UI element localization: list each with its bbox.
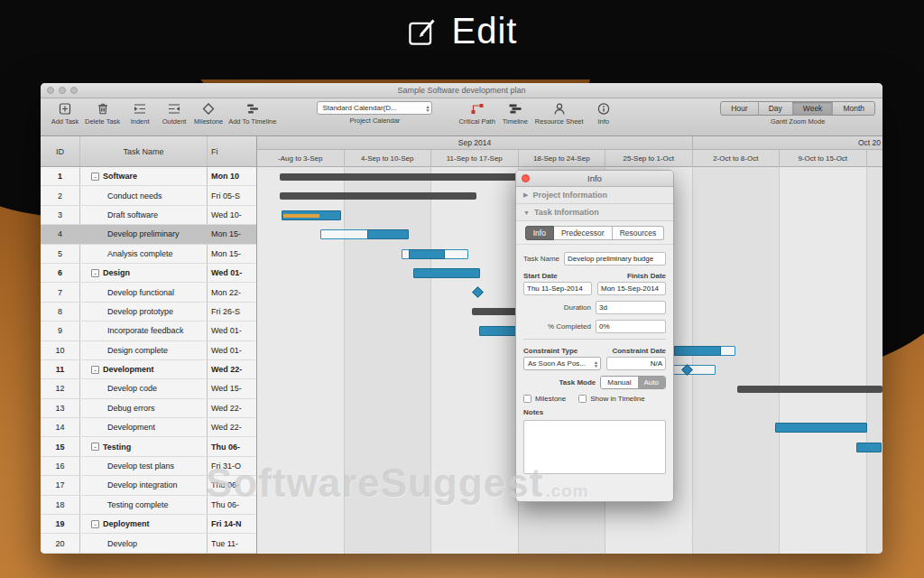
zoom-month-segment[interactable]: Month [833,102,874,115]
zoom-day-segment[interactable]: Day [759,102,793,115]
task-row-name: Analysis complete [80,245,208,263]
task-row-7[interactable]: 7Develop functionalMon 22- [41,283,256,302]
task-row-13[interactable]: 13Debug errorsWed 22- [41,399,256,418]
task-row-id: 3 [41,206,80,224]
column-header-task-name[interactable]: Task Name [80,136,208,166]
collapse-toggle[interactable]: - [91,443,99,451]
project-information-section[interactable]: ▶ Project Information [516,187,673,204]
milestone-checkbox[interactable]: Milestone [523,395,566,403]
show-in-timeline-checkbox[interactable]: Show in Timeline [578,395,644,403]
task-row-14[interactable]: 14DevelopmentWed 22- [41,418,256,437]
tab-info[interactable]: Info [525,226,554,240]
start-date-field[interactable]: Thu 11-Sep-2014 [523,282,592,295]
task-row-12[interactable]: 12Develop codeWed 15- [41,379,256,398]
week-column-label: 18-Sep to 24-Sep [519,150,606,167]
gantt-task-row-10[interactable] [674,346,721,356]
dialog-title: Info [516,173,673,183]
task-row-19[interactable]: 19-DeploymentFri 14-N [41,515,256,534]
task-row-20[interactable]: 20DevelopTue 11- [41,534,256,553]
gantt-task-row-6[interactable] [413,268,480,278]
task-row-name: -Deployment [80,515,208,533]
collapse-toggle[interactable]: - [91,172,99,181]
gantt-summary-row-2[interactable] [280,192,476,200]
calendar-select[interactable]: Standard Calendar(D... ▲▼ [317,101,432,115]
task-row-name: Develop prototype [80,303,208,321]
window-titlebar[interactable]: Sample Software development plan [41,83,882,98]
task-row-1[interactable]: 1-SoftwareMon 10 [41,167,256,186]
gantt-outline-row-11[interactable] [670,365,716,375]
duration-field[interactable]: 3d [596,301,666,314]
zoom-week-segment[interactable]: Week [793,102,834,115]
info-dialog-titlebar[interactable]: Info [516,171,673,187]
collapse-toggle[interactable]: - [91,366,99,374]
task-row-10[interactable]: 10Design completeWed 01- [41,341,256,360]
collapse-toggle[interactable]: - [91,269,99,277]
gantt-task-row-4[interactable] [367,229,409,239]
constraint-type-select[interactable]: As Soon As Pos... ▲▼ [523,357,601,370]
task-information-section[interactable]: ▼ Task Information [516,204,673,221]
task-row-id: 20 [41,534,80,552]
outdent-button[interactable]: Outdent [160,101,189,126]
edit-pencil-icon [407,16,438,47]
milestone-checkbox-label: Milestone [535,395,566,403]
tab-predecessor[interactable]: Predecessor [554,226,613,240]
info-icon [596,101,611,117]
gantt-summary-row-12[interactable] [737,386,882,393]
indent-button[interactable]: Indent [125,101,154,126]
critical-path-button[interactable]: Critical Path [458,101,494,126]
task-row-2[interactable]: 2Conduct needsFri 05-S [41,186,256,205]
task-row-finish: Wed 22- [208,399,256,417]
notes-label: Notes [523,408,666,417]
duration-label: Duration [564,303,591,312]
task-row-id: 7 [41,283,80,301]
task-mode-auto-button[interactable]: Auto [638,377,665,388]
task-row-9[interactable]: 9Incorporate feedbackWed 01- [41,322,256,340]
week-column-label: 11-Sep to 17-Sep [431,150,519,167]
task-row-finish: Mon 15- [208,225,256,243]
pct-completed-field[interactable]: 0% [596,320,666,333]
column-header-id[interactable]: ID [41,136,80,166]
gantt-task-row-14[interactable] [775,423,867,433]
task-name-field[interactable]: Develop preliminary budge [564,252,666,266]
gantt-task-row-5[interactable] [409,249,445,259]
task-row-5[interactable]: 5Analysis completeMon 15- [41,245,256,264]
task-row-3[interactable]: 3Draft softwareWed 10- [41,206,256,225]
task-row-finish: Wed 01- [208,264,256,282]
collapse-toggle[interactable]: - [91,520,99,528]
task-mode-manual-button[interactable]: Manual [601,377,637,388]
constraint-date-field[interactable]: N/A [606,357,666,370]
timeline-button[interactable]: Timeline [501,101,530,126]
task-row-11[interactable]: 11-DevelopmentWed 22- [41,360,256,379]
task-row-name: Incorporate feedback [80,322,208,340]
task-row-name: Develop preliminary [80,225,208,243]
gantt-task-row-15[interactable] [856,443,882,452]
add-task-icon [58,101,72,117]
column-header-finish[interactable]: Fi [208,136,256,166]
gantt-task-row-3[interactable] [282,210,341,220]
week-column-label: 4-Sep to 10-Sep [345,150,432,167]
milestone-button[interactable]: Milestone [194,101,223,126]
delete-task-button[interactable]: Delete Task [85,101,120,126]
gantt-zoom-control: Hour Day Week Month [720,101,875,116]
task-row-finish: Mon 10 [208,167,256,185]
info-dialog-body: Task Name Develop preliminary budge Star… [516,245,673,474]
task-row-15[interactable]: 15-TestingThu 06- [41,437,256,456]
zoom-hour-segment[interactable]: Hour [721,102,758,115]
task-row-8[interactable]: 8Develop prototypeFri 26-S [41,303,256,322]
task-row-id: 10 [41,341,80,359]
info-dialog: Info ▶ Project Information ▼ Task Inform… [515,170,674,502]
gantt-zoom-group: Hour Day Week Month Gantt Zoom Mode [720,101,875,126]
task-row-6[interactable]: 6-DesignWed 01- [41,264,256,283]
info-button[interactable]: Info [589,101,618,126]
task-row-id: 14 [41,418,80,436]
toolbar: Add Task Delete Task Indent Outdent Mile… [41,98,882,136]
add-task-button[interactable]: Add Task [51,101,79,126]
finish-date-field[interactable]: Mon 15-Sep-2014 [597,282,666,295]
task-mode-label: Task Mode [559,378,596,387]
resource-sheet-button[interactable]: Resource Sheet [535,101,584,126]
add-to-timeline-button[interactable]: Add To Timeline [228,101,276,126]
tab-resources[interactable]: Resources [613,226,665,240]
task-row-finish: Fri 05-S [208,186,256,204]
task-row-4[interactable]: 4Develop preliminaryMon 15- [41,225,256,244]
disclosure-down-icon: ▼ [523,210,530,216]
